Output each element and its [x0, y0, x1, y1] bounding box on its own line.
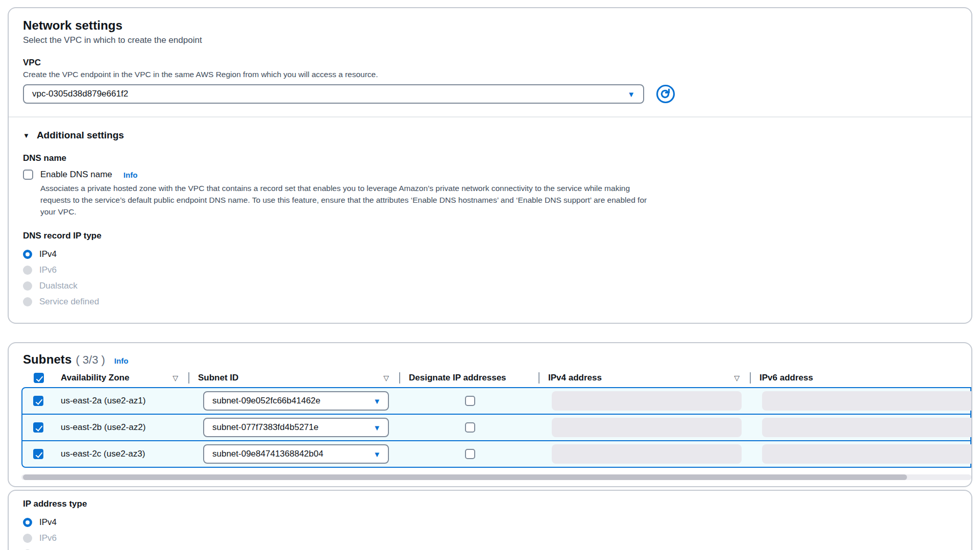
dns-record-ip-type-group: IPv4 IPv6 Dualstack Service defined [23, 246, 957, 309]
select-all-checkbox[interactable] [34, 373, 44, 383]
radio-option-service-defined: Service defined [23, 294, 957, 309]
ipv4-address-field-disabled [552, 444, 742, 464]
subnets-title: Subnets [23, 352, 71, 367]
radio-option-dualstack: Dualstack [23, 278, 957, 294]
sort-icon-subnet-id[interactable]: ▽ [383, 374, 389, 382]
column-header-subnet-id: Subnet ID ▽ [188, 369, 399, 387]
designate-ip-checkbox[interactable] [465, 422, 475, 433]
ip-address-type-label: IP address type [23, 499, 957, 509]
section-divider [9, 116, 971, 117]
column-header-ipv4-address: IPv4 address ▽ [538, 369, 750, 387]
radio-ipv6-label: IPv6 [39, 533, 57, 543]
radio-option-ipv6: IPv6 [23, 530, 957, 546]
table-row: us-east-2c (use2-az3) subnet-09e84741368… [21, 440, 971, 468]
enable-dns-name-checkbox[interactable] [23, 170, 33, 180]
row-checkbox[interactable] [33, 422, 43, 433]
availability-zone-value: us-east-2b (use2-az2) [52, 415, 189, 440]
table-header-row: Availability Zone ▽ Subnet ID ▽ Designat… [21, 369, 971, 387]
subnets-count: ( 3/3 ) [76, 353, 105, 367]
column-header-ipv6-address: IPv6 address [750, 369, 972, 387]
radio-option-ipv4: IPv4 [23, 514, 957, 530]
network-settings-card: Network settings Select the VPC in which… [8, 7, 972, 324]
horizontal-scrollbar-thumb[interactable] [23, 474, 907, 480]
subnet-id-select[interactable]: subnet-09e84741368842b04 ▼ [203, 444, 389, 464]
radio-ipv4[interactable] [23, 250, 32, 259]
subnet-id-select[interactable]: subnet-09e052fc66b41462e ▼ [203, 391, 389, 411]
page-title: Network settings [23, 18, 957, 33]
ipv4-address-field-disabled [552, 391, 742, 411]
availability-zone-value: us-east-2a (use2-az1) [52, 388, 189, 414]
ip-address-type-group: IPv4 IPv6 Dualstack [23, 514, 957, 550]
chevron-down-icon: ▼ [373, 397, 381, 405]
additional-settings-title: Additional settings [37, 130, 124, 141]
sort-icon-ipv4-address[interactable]: ▽ [734, 374, 740, 382]
vpc-select[interactable]: vpc-0305d38d879e661f2 ▼ [23, 84, 644, 104]
radio-dualstack-label: Dualstack [39, 281, 78, 291]
column-header-designate-ip: Designate IP addresses [399, 369, 538, 387]
designate-ip-checkbox[interactable] [465, 396, 475, 406]
collapse-triangle-icon: ▼ [23, 132, 30, 139]
refresh-icon [655, 84, 676, 104]
dns-name-info-link[interactable]: Info [124, 171, 138, 179]
ipv6-address-field-disabled [762, 391, 972, 411]
vpc-description: Create the VPC endpoint in the VPC in th… [23, 70, 957, 79]
radio-ipv6 [23, 266, 32, 275]
radio-ipv4-label: IPv4 [39, 249, 57, 259]
vpc-select-value: vpc-0305d38d879e661f2 [32, 89, 627, 99]
column-header-availability-zone: Availability Zone ▽ [51, 369, 188, 387]
row-checkbox[interactable] [33, 396, 43, 406]
vpc-label: VPC [23, 58, 957, 68]
subnet-id-value: subnet-09e052fc66b41462e [212, 396, 373, 406]
subnet-id-value: subnet-09e84741368842b04 [212, 449, 373, 459]
radio-service-defined [23, 297, 32, 306]
dns-name-description: Associates a private hosted zone with th… [40, 183, 653, 218]
dns-name-label: DNS name [23, 153, 957, 163]
designate-ip-checkbox[interactable] [465, 449, 475, 459]
radio-option-dualstack: Dualstack [23, 546, 957, 550]
table-row: us-east-2b (use2-az2) subnet-077f7383fd4… [21, 414, 971, 441]
chevron-down-icon: ▼ [373, 450, 381, 458]
radio-option-ipv6: IPv6 [23, 262, 957, 278]
ip-address-type-card: IP address type IPv4 IPv6 Dualstack [8, 490, 972, 550]
ipv4-address-field-disabled [552, 418, 742, 437]
subnets-table: Availability Zone ▽ Subnet ID ▽ Designat… [21, 369, 971, 468]
subnet-id-value: subnet-077f7383fd4b5271e [212, 422, 373, 433]
sort-icon-availability-zone[interactable]: ▽ [173, 374, 178, 382]
radio-ipv6-label: IPv6 [39, 265, 57, 275]
radio-service-defined-label: Service defined [39, 297, 99, 307]
refresh-button[interactable] [655, 84, 676, 104]
radio-ipv4-label: IPv4 [39, 517, 57, 528]
ipv6-address-field-disabled [762, 444, 972, 464]
page-subtitle: Select the VPC in which to create the en… [23, 35, 957, 45]
enable-dns-name-label: Enable DNS name [40, 170, 112, 180]
chevron-down-icon: ▼ [373, 424, 381, 432]
radio-ipv4[interactable] [23, 518, 32, 527]
subnets-info-link[interactable]: Info [114, 356, 129, 365]
availability-zone-value: us-east-2c (use2-az3) [52, 441, 189, 467]
radio-dualstack [23, 281, 32, 291]
radio-ipv6 [23, 534, 32, 543]
horizontal-scrollbar-track[interactable] [21, 474, 971, 480]
chevron-down-icon: ▼ [627, 90, 635, 98]
subnet-id-select[interactable]: subnet-077f7383fd4b5271e ▼ [203, 418, 389, 437]
radio-option-ipv4: IPv4 [23, 246, 957, 262]
ipv6-address-field-disabled [762, 418, 972, 437]
subnets-card: Subnets ( 3/3 ) Info Availability Zone ▽… [8, 342, 972, 487]
dns-record-ip-type-label: DNS record IP type [23, 231, 957, 241]
additional-settings-toggle[interactable]: ▼ Additional settings [23, 130, 957, 141]
table-row: us-east-2a (use2-az1) subnet-09e052fc66b… [21, 387, 971, 415]
row-checkbox[interactable] [33, 449, 43, 459]
